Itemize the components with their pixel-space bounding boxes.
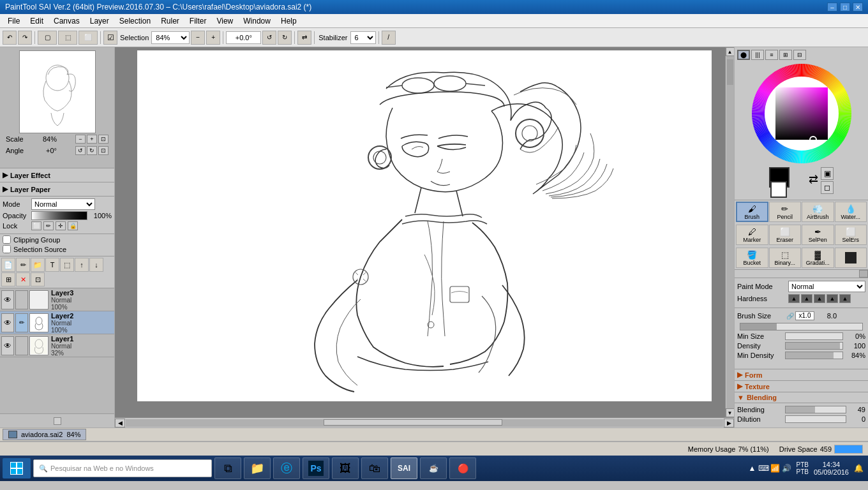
color-mode-rgb[interactable]: ||| (751, 50, 764, 60)
scroll-down-button[interactable]: ▼ (726, 408, 735, 417)
min-density-slider[interactable] (785, 352, 843, 359)
color-swap-icon[interactable]: ⇄ (809, 172, 818, 186)
flip-btn[interactable]: ⇄ (297, 31, 311, 45)
tool-btn-3[interactable]: ⬜ (79, 31, 98, 45)
paint-mode-select[interactable]: Normal (788, 281, 865, 292)
close-button[interactable]: ✕ (853, 3, 863, 11)
chevron-up-icon[interactable]: ▲ (747, 464, 756, 473)
blending-slider[interactable] (785, 406, 846, 413)
color-stroke-icon[interactable]: ◻ (821, 181, 834, 194)
menu-help[interactable]: Help (276, 15, 302, 27)
zoom-minus[interactable]: − (191, 31, 205, 45)
angle-cw[interactable]: ↻ (87, 146, 97, 155)
layer-2-edit[interactable]: ✏ (15, 313, 28, 332)
brush-size-slider[interactable] (740, 323, 863, 330)
tool-marker[interactable]: 🖊 Marker (736, 225, 768, 245)
pen-pressure-btn[interactable]: / (382, 31, 396, 45)
notification-icon[interactable]: 🔔 (854, 464, 863, 473)
hardness-1[interactable]: ▲ (788, 294, 800, 303)
taskbar-app-ide[interactable]: 🔴 (449, 457, 476, 479)
minimize-button[interactable]: – (827, 3, 837, 11)
canvas-tab-1[interactable]: aviadora.sai2 84% (3, 429, 86, 440)
panel-resize[interactable] (54, 417, 61, 425)
layer-new-raster[interactable]: 📄 (1, 258, 15, 272)
time-display[interactable]: 14:34 05/09/2016 (814, 461, 849, 476)
layer-item-3[interactable]: 👁 Layer3 Normal 100% (0, 288, 114, 311)
scroll-left-button[interactable]: ◀ (115, 419, 125, 427)
dilution-slider[interactable] (785, 415, 846, 423)
blending-section-header[interactable]: ▼ Blending (735, 392, 868, 403)
hardness-2[interactable]: ▲ (801, 294, 812, 303)
layer-item-1[interactable]: 👁 Layer1 Normal 32% (0, 334, 114, 357)
color-mode-wheel[interactable]: ⬤ (737, 50, 750, 60)
hardness-3[interactable]: ▲ (814, 294, 825, 303)
tool-water[interactable]: 💧 Water... (835, 202, 867, 222)
menu-selection[interactable]: Selection (114, 15, 156, 27)
layer-new-folder[interactable]: 📁 (31, 258, 45, 272)
undo-button[interactable]: ↶ (3, 31, 17, 45)
layer-extra[interactable]: ⊡ (31, 272, 45, 286)
layer-duplicate[interactable]: ⊞ (1, 272, 15, 286)
mode-select[interactable]: Normal (31, 198, 95, 210)
tool-btn-1[interactable]: ▢ (38, 31, 57, 45)
menu-window[interactable]: Window (238, 15, 276, 27)
layer-3-edit[interactable] (15, 290, 28, 309)
tool-pencil[interactable]: ✏ Pencil (769, 202, 802, 222)
rotate-cw[interactable]: ↻ (278, 31, 292, 45)
lock-edit[interactable]: ✏ (43, 221, 54, 230)
layer-transform[interactable]: T (45, 258, 59, 272)
network-icon[interactable]: 📶 (770, 464, 779, 473)
layer-3-eye[interactable]: 👁 (1, 290, 14, 309)
right-scroll-thumb[interactable] (859, 270, 868, 278)
search-bar[interactable]: 🔍 Pesquisar na Web e no Windows (33, 459, 212, 477)
layer-selection[interactable]: ⬚ (60, 258, 74, 272)
menu-edit[interactable]: Edit (25, 15, 49, 27)
scale-increase[interactable]: + (87, 135, 97, 144)
layer-new-effect[interactable]: ✏ (16, 258, 30, 272)
taskbar-app-edge[interactable]: ⓔ (273, 457, 300, 479)
tool-bucket[interactable]: 🪣 Bucket (736, 248, 768, 268)
scale-decrease[interactable]: − (75, 135, 86, 144)
maximize-button[interactable]: □ (840, 3, 850, 11)
color-wheel[interactable] (751, 63, 853, 165)
menu-view[interactable]: View (211, 15, 238, 27)
layer-item-2[interactable]: 👁 ✏ Layer2 Normal 100% (0, 311, 114, 334)
tool-eraser[interactable]: ⬜ Eraser (769, 225, 802, 245)
scroll-thumb-vertical[interactable] (727, 59, 733, 85)
opacity-bar[interactable] (31, 211, 87, 220)
scroll-right-button[interactable]: ▶ (724, 419, 734, 427)
form-section-header[interactable]: ▶ Form (735, 369, 868, 380)
volume-icon[interactable]: 🔊 (782, 464, 791, 473)
menu-ruler[interactable]: Ruler (156, 15, 184, 27)
hardness-4[interactable]: ▲ (827, 294, 838, 303)
tool-airbrush[interactable]: 💨 AirBrush (802, 202, 834, 222)
background-color[interactable] (770, 181, 787, 198)
lock-move[interactable]: ✛ (56, 221, 66, 230)
rotation-field[interactable]: +0.0° (226, 31, 261, 44)
layer-1-eye[interactable]: 👁 (1, 336, 14, 355)
redo-button[interactable]: ↷ (18, 31, 32, 45)
layer-delete[interactable]: ✕ (16, 272, 30, 286)
scroll-up-button[interactable]: ▲ (726, 47, 735, 56)
layer-merge-down[interactable]: ↓ (89, 258, 103, 272)
taskbar-app-photos[interactable]: 🖼 (332, 457, 359, 479)
start-button[interactable] (3, 458, 31, 479)
texture-section-header[interactable]: ▶ Texture (735, 380, 868, 392)
tool-binary[interactable]: ⬚ Binary... (769, 248, 802, 268)
color-fill-icon[interactable]: ▣ (821, 167, 834, 180)
brush-size-multiplier[interactable]: x1.0 (795, 311, 814, 320)
clipping-checkbox[interactable] (3, 235, 11, 244)
scale-reset[interactable]: ⊡ (98, 135, 108, 144)
zoom-select[interactable]: 84% (151, 31, 190, 44)
tool-gradient[interactable]: ▓ Gradati... (802, 248, 834, 268)
taskbar-app-taskview[interactable]: ⧉ (214, 457, 241, 479)
min-size-slider[interactable] (785, 332, 843, 340)
lock-all[interactable]: 🔒 (68, 221, 78, 230)
layer-paper-header[interactable]: ▶ Layer Paper (3, 184, 112, 195)
angle-reset[interactable]: ⊡ (98, 146, 108, 155)
taskbar-app-store[interactable]: 🛍 (361, 457, 388, 479)
taskbar-app-explorer[interactable]: 📁 (244, 457, 271, 479)
stabilizer-select[interactable]: 6 (350, 31, 376, 44)
language-display[interactable]: PTB PTB (796, 461, 808, 475)
layer-1-edit[interactable] (15, 336, 28, 355)
